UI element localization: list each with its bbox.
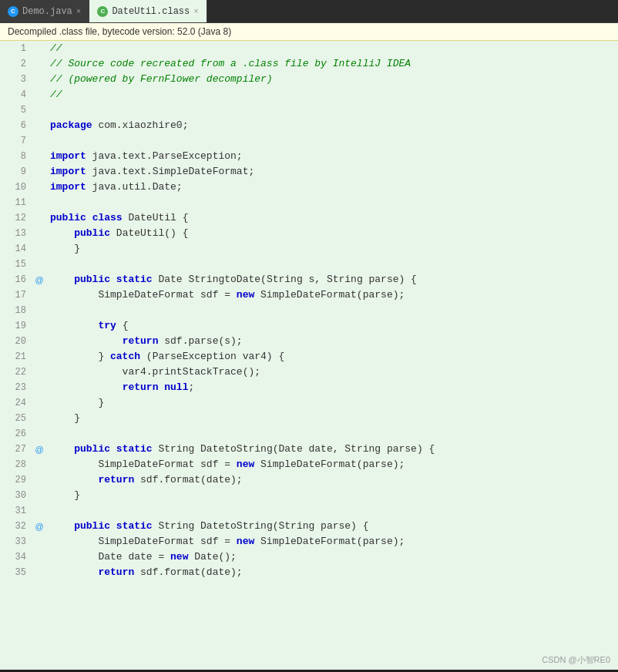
code-token bbox=[110, 272, 116, 287]
line-number: 20 bbox=[15, 334, 26, 349]
code-token bbox=[50, 334, 123, 349]
code-token: Date StringtoDate(String s, String parse… bbox=[153, 272, 417, 287]
line-number-row: 15 bbox=[0, 257, 26, 272]
line-number: 33 bbox=[15, 534, 26, 549]
line-number-row: 27 bbox=[0, 442, 26, 457]
annotation-marker: @ bbox=[35, 275, 43, 284]
line-number-row: 29 bbox=[0, 472, 26, 488]
line-number: 34 bbox=[15, 549, 26, 565]
code-token: import bbox=[50, 164, 86, 180]
code-line: SimpleDateFormat sdf = new SimpleDateFor… bbox=[50, 457, 618, 472]
code-token: DateUtil() { bbox=[110, 226, 188, 241]
code-token bbox=[50, 318, 98, 334]
line-number-row: 22 bbox=[0, 365, 26, 380]
line-number-row: 34 bbox=[0, 549, 26, 565]
watermark: CSDN @小智RE0 bbox=[542, 654, 610, 666]
code-token: class bbox=[92, 210, 123, 226]
gutter-row bbox=[32, 303, 46, 318]
gutter-row bbox=[32, 349, 46, 365]
gutter-row bbox=[32, 149, 46, 164]
code-token: static bbox=[116, 442, 153, 457]
code-token bbox=[50, 519, 74, 534]
line-number: 9 bbox=[21, 164, 26, 180]
code-line: // Source code recreated from a .class f… bbox=[50, 56, 618, 72]
gutter-row bbox=[32, 426, 46, 442]
line-number: 22 bbox=[15, 365, 26, 380]
code-line bbox=[50, 257, 618, 272]
code-token: } bbox=[50, 241, 80, 257]
gutter-row: @ bbox=[32, 272, 46, 287]
code-token: try bbox=[98, 318, 116, 334]
code-line: return null; bbox=[50, 380, 618, 395]
line-number: 27 bbox=[15, 442, 26, 457]
line-number: 8 bbox=[21, 149, 26, 164]
line-number-row: 12 bbox=[0, 210, 26, 226]
code-token: com.xiaozhire0; bbox=[92, 118, 189, 133]
line-number: 2 bbox=[21, 56, 26, 72]
code-line: return sdf.parse(s); bbox=[50, 334, 618, 349]
line-number-row: 19 bbox=[0, 318, 26, 334]
code-token bbox=[50, 272, 74, 287]
code-token: Date(); bbox=[188, 549, 236, 565]
code-line: public class DateUtil { bbox=[50, 210, 618, 226]
code-token: SimpleDateFormat(parse); bbox=[254, 287, 405, 303]
gutter-row bbox=[32, 102, 46, 118]
close-tab-dateutil-class[interactable]: × bbox=[193, 7, 199, 16]
line-number-row: 35 bbox=[0, 565, 26, 580]
line-number-row: 16 bbox=[0, 272, 26, 287]
code-token: public bbox=[74, 272, 110, 287]
code-token: } bbox=[50, 411, 80, 426]
tab-demo-java-label: Demo.java bbox=[22, 6, 72, 17]
code-token: new bbox=[237, 457, 254, 472]
line-number-row: 4 bbox=[0, 87, 26, 102]
code-token bbox=[50, 442, 74, 457]
tab-demo-java[interactable]: C Demo.java × bbox=[0, 0, 89, 22]
code-token bbox=[50, 565, 98, 580]
code-token bbox=[50, 380, 123, 395]
code-token bbox=[110, 442, 116, 457]
gutter-row bbox=[32, 41, 46, 56]
gutter-row bbox=[32, 318, 46, 334]
code-line: } bbox=[50, 488, 618, 503]
code-line: } bbox=[50, 395, 618, 411]
line-number: 29 bbox=[15, 472, 26, 488]
code-token: static bbox=[116, 519, 153, 534]
line-number-row: 6 bbox=[0, 118, 26, 133]
code-line: import java.util.Date; bbox=[50, 180, 618, 195]
line-number: 15 bbox=[15, 257, 26, 272]
gutter-row bbox=[32, 565, 46, 580]
gutter-row bbox=[32, 118, 46, 133]
code-line: // (powered by FernFlower decompiler) bbox=[50, 72, 618, 87]
gutter-row bbox=[32, 56, 46, 72]
code-line: return sdf.format(date); bbox=[50, 565, 618, 580]
code-content[interactable]: //// Source code recreated from a .class… bbox=[46, 41, 618, 670]
gutter-row bbox=[32, 210, 46, 226]
gutter-row bbox=[32, 334, 46, 349]
line-number-row: 28 bbox=[0, 457, 26, 472]
line-number: 11 bbox=[15, 195, 26, 210]
line-number: 4 bbox=[21, 87, 26, 102]
code-line: } catch (ParseException var4) { bbox=[50, 349, 618, 365]
code-token: sdf.format(date); bbox=[134, 472, 242, 488]
gutter-row bbox=[32, 72, 46, 87]
code-line bbox=[50, 426, 618, 442]
code-line bbox=[50, 503, 618, 519]
notice-text: Decompiled .class file, bytecode version… bbox=[8, 26, 231, 37]
line-number: 30 bbox=[15, 488, 26, 503]
close-tab-demo-java[interactable]: × bbox=[76, 7, 82, 16]
tab-dateutil-class[interactable]: C DateUtil.class × bbox=[89, 0, 207, 22]
gutter: @@@ bbox=[32, 41, 46, 670]
code-token: import bbox=[50, 149, 86, 164]
line-number: 5 bbox=[21, 102, 26, 118]
code-token: var4.printStackTrace(); bbox=[50, 365, 260, 380]
gutter-row bbox=[32, 226, 46, 241]
gutter-row bbox=[32, 457, 46, 472]
code-line: try { bbox=[50, 318, 618, 334]
gutter-row bbox=[32, 472, 46, 488]
code-token: package bbox=[50, 118, 92, 133]
code-token: Date date = bbox=[50, 549, 170, 565]
code-line bbox=[50, 133, 618, 149]
gutter-row bbox=[32, 380, 46, 395]
line-number-row: 33 bbox=[0, 534, 26, 549]
gutter-row bbox=[32, 549, 46, 565]
